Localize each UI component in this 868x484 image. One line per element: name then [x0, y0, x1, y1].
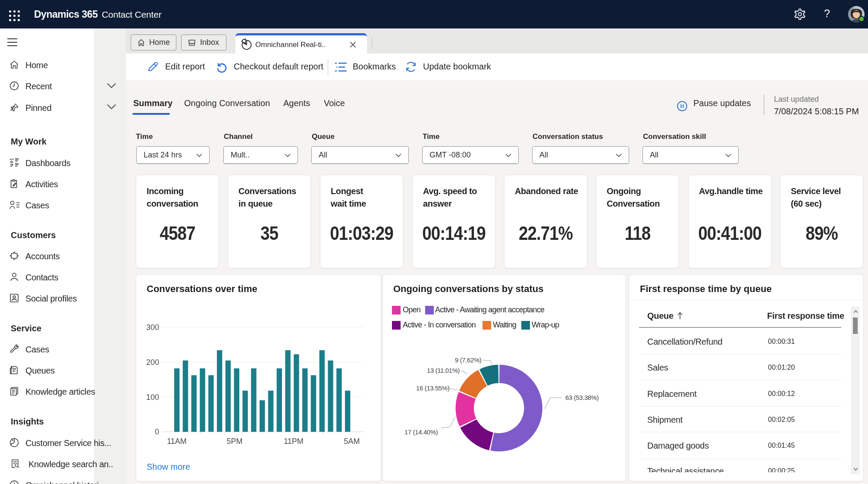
svg-text:5PM: 5PM	[226, 437, 242, 446]
svg-text:11PM: 11PM	[284, 437, 304, 446]
svg-text:0: 0	[155, 427, 159, 436]
svg-text:100: 100	[146, 393, 159, 402]
svg-text:9 (7.62%): 9 (7.62%)	[455, 356, 482, 364]
svg-text:17 (14.40%): 17 (14.40%)	[404, 428, 438, 436]
svg-text:13 (11.01%): 13 (11.01%)	[427, 367, 460, 374]
svg-text:300: 300	[146, 323, 159, 332]
svg-text:5AM: 5AM	[344, 437, 360, 446]
svg-text:11AM: 11AM	[167, 437, 187, 446]
svg-text:16 (13.55%): 16 (13.55%)	[416, 384, 450, 392]
svg-text:63 (53.38%): 63 (53.38%)	[565, 394, 599, 401]
svg-text:200: 200	[146, 358, 159, 367]
